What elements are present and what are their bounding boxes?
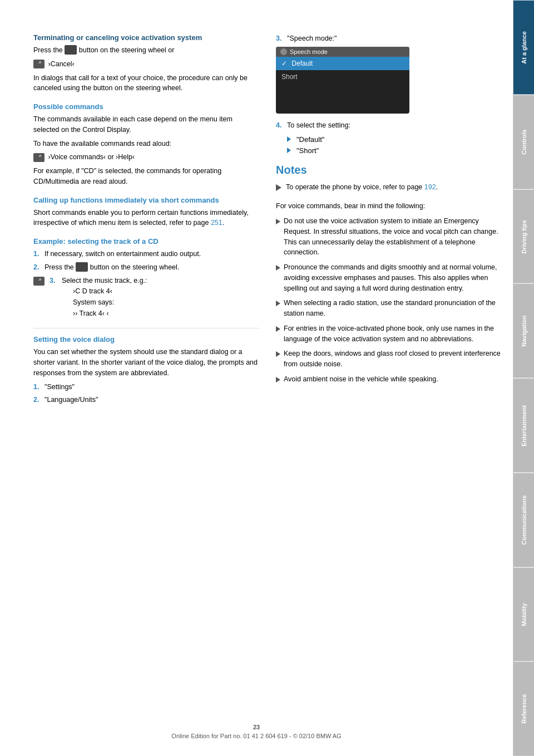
chevron-default bbox=[287, 136, 291, 142]
para-voice-cmd: 🎤 ›Voice commands‹ or ›Help‹ bbox=[33, 152, 259, 163]
sidebar-tab-communications[interactable]: Communications bbox=[513, 473, 534, 567]
para-cancel-cmd: 🎤 ›Cancel‹ bbox=[33, 59, 259, 70]
para-terminating-1: Press the button on the steering wheel o… bbox=[33, 45, 259, 56]
step4-options: "Default" "Short" bbox=[276, 135, 502, 155]
sidebar: At a glance Controls Driving tips Naviga… bbox=[513, 0, 534, 756]
bullet-item-1: Do not use the voice activation system t… bbox=[276, 216, 502, 258]
page-ref-192[interactable]: 192 bbox=[424, 183, 436, 191]
right-steps-top: 3. "Speech mode:" bbox=[276, 33, 502, 44]
page-number: 23 bbox=[0, 724, 513, 730]
cd-steps-list: 1. If necessary, switch on entertainment… bbox=[33, 249, 259, 273]
bullet-item-6: Avoid ambient noise in the vehicle while… bbox=[276, 374, 502, 385]
voice-dialog-steps: 1. "Settings" 2. "Language/Units" bbox=[33, 382, 259, 406]
right-step4-list: 4. To select the setting: bbox=[276, 120, 502, 131]
bullet-item-3: When selecting a radio station, use the … bbox=[276, 298, 502, 319]
option-short-text: "Short" bbox=[296, 146, 319, 155]
para-possible-2: To have the available commands read alou… bbox=[33, 139, 259, 149]
heading-terminating: Terminating or canceling voice activatio… bbox=[33, 33, 259, 42]
speech-mode-title-bar: Speech mode bbox=[276, 47, 409, 57]
sidebar-tab-controls[interactable]: Controls bbox=[513, 95, 534, 189]
right-step-3: 3. "Speech mode:" bbox=[276, 33, 502, 44]
bullet-chevron-6 bbox=[276, 377, 280, 382]
speech-mode-screenshot: Speech mode ✓ Default Short bbox=[276, 47, 409, 114]
voice-icon-commands: 🎤 bbox=[33, 153, 44, 162]
notes-section: Notes To operate the phone by voice, ref… bbox=[276, 164, 502, 385]
left-column: Terminating or canceling voice activatio… bbox=[33, 33, 259, 723]
notes-title: Notes bbox=[276, 164, 502, 176]
check-icon: ✓ bbox=[281, 60, 287, 67]
bullet-chevron-5 bbox=[276, 351, 280, 357]
para-possible-3: For example, if "CD" is selected, the co… bbox=[33, 166, 259, 187]
voice-icon-step3: 🎤 bbox=[33, 277, 44, 286]
sidebar-tab-reference[interactable]: Reference bbox=[513, 661, 534, 756]
heading-short-commands: Calling up functions immediately via sho… bbox=[33, 196, 259, 204]
voice-dialog-step-1: 1. "Settings" bbox=[33, 382, 259, 392]
speech-mode-title-text: Speech mode bbox=[290, 48, 328, 55]
step4-text: To select the setting: bbox=[287, 120, 350, 131]
right-step-4: 4. To select the setting: bbox=[276, 120, 502, 131]
bullet-chevron-3 bbox=[276, 301, 280, 306]
sidebar-tab-mobility[interactable]: Mobility bbox=[513, 567, 534, 662]
note-text-1: To operate the phone by voice, refer to … bbox=[286, 182, 438, 193]
cd-step-3-block: 🎤 3. Select the music track, e.g.: ›C D … bbox=[33, 276, 259, 320]
section-short-commands: Calling up functions immediately via sho… bbox=[33, 196, 259, 229]
section-possible-commands: Possible commands The commands available… bbox=[33, 102, 259, 187]
bullet-chevron-1 bbox=[276, 219, 280, 224]
bullet-item-2: Pronounce the commands and digits smooth… bbox=[276, 262, 502, 293]
option-default-text: "Default" bbox=[296, 135, 324, 144]
notes-box-1: To operate the phone by voice, refer to … bbox=[276, 182, 502, 196]
bullet-item-4: For entries in the voice-activated phone… bbox=[276, 323, 502, 345]
bullet-item-5: Keep the doors, windows and glass roof c… bbox=[276, 348, 502, 370]
para-voice-dialog: You can set whether the system should us… bbox=[33, 347, 259, 378]
page-container: Terminating or canceling voice activatio… bbox=[0, 0, 534, 756]
speech-mode-short-option[interactable]: Short bbox=[276, 70, 409, 84]
sidebar-tab-driving-tips[interactable]: Driving tips bbox=[513, 189, 534, 284]
chevron-short bbox=[287, 148, 291, 153]
cd-step-1: 1. If necessary, switch on entertainment… bbox=[33, 249, 259, 259]
notes-intro: For voice commands, bear in mind the fol… bbox=[276, 201, 502, 212]
main-content: Terminating or canceling voice activatio… bbox=[0, 0, 513, 756]
bullet-chevron-2 bbox=[276, 265, 280, 271]
option-default-row: "Default" bbox=[287, 135, 502, 144]
voice-icon-cancel: 🎤 bbox=[33, 60, 44, 68]
speech-mode-icon bbox=[280, 48, 287, 55]
para-terminating-2: In dialogs that call for a text of your … bbox=[33, 73, 259, 94]
para-possible-1: The commands available in each case depe… bbox=[33, 114, 259, 135]
steering-wheel-button-icon bbox=[65, 45, 77, 55]
section-voice-dialog: Setting the voice dialog You can set whe… bbox=[33, 335, 259, 405]
para-short-commands: Short commands enable you to perform cer… bbox=[33, 208, 259, 229]
section-terminating: Terminating or canceling voice activatio… bbox=[33, 33, 259, 94]
bullet-chevron-4 bbox=[276, 326, 280, 332]
steering-wheel-button-icon-2 bbox=[76, 262, 88, 272]
step3-indent: ›C D track 4‹System says:›› Track 4‹ ‹ bbox=[62, 286, 259, 319]
sidebar-tab-at-a-glance[interactable]: At a glance bbox=[513, 0, 534, 95]
heading-voice-dialog: Setting the voice dialog bbox=[33, 335, 259, 343]
speech-mode-default-option[interactable]: ✓ Default bbox=[276, 57, 409, 70]
step3-label: Select the music track, e.g.: bbox=[62, 276, 259, 286]
page-ref-251[interactable]: 251 bbox=[211, 219, 222, 227]
default-label: Default bbox=[291, 60, 313, 67]
heading-possible-commands: Possible commands bbox=[33, 102, 259, 111]
section-example-cd: Example: selecting the track of a CD 1. … bbox=[33, 237, 259, 319]
cd-step-2: 2. Press the button on the steering whee… bbox=[33, 262, 259, 273]
voice-dialog-step-2: 2. "Language/Units" bbox=[33, 395, 259, 405]
right-step3-block: 3. "Speech mode:" Speech mode ✓ Default bbox=[276, 33, 502, 155]
note-arrow-icon bbox=[276, 184, 281, 191]
sidebar-tab-navigation[interactable]: Navigation bbox=[513, 283, 534, 378]
sidebar-tab-entertainment[interactable]: Entertainment bbox=[513, 378, 534, 473]
footer-text: Online Edition for Part no. 01 41 2 604 … bbox=[171, 733, 341, 739]
option-short-row: "Short" bbox=[287, 146, 502, 155]
notes-bullet-list: Do not use the voice activation system t… bbox=[276, 216, 502, 385]
page-footer: 23 Online Edition for Part no. 01 41 2 6… bbox=[0, 724, 513, 739]
short-label: Short bbox=[281, 73, 298, 81]
right-column: 3. "Speech mode:" Speech mode ✓ Default bbox=[276, 33, 502, 723]
heading-example-cd: Example: selecting the track of a CD bbox=[33, 237, 259, 246]
